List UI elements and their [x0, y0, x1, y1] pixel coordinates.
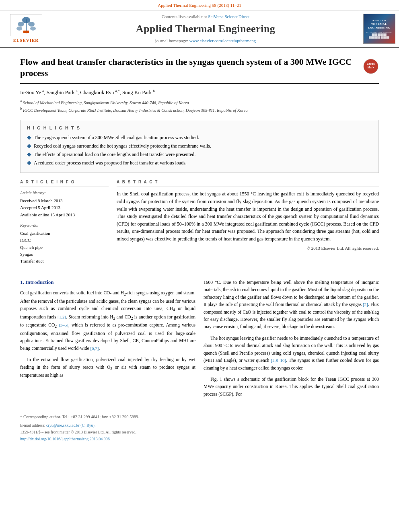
author-4: Sung Ku Park b	[122, 89, 155, 95]
history-online: Available online 15 April 2013	[20, 212, 109, 218]
keyword-2: IGCC	[20, 237, 109, 243]
author-2: Sangbin Park a	[47, 89, 78, 95]
page-footer: * Corresponding author. Tel.: +82 31 299…	[0, 410, 399, 447]
article-title: Flow and heat transfer characteristics i…	[20, 56, 357, 79]
keyword-5: Transfer duct	[20, 258, 109, 264]
body-paragraph-4: The hot syngas leaving the gasifier need…	[204, 335, 379, 372]
keyword-1: Coal gasification	[20, 230, 109, 236]
svg-text:Cross: Cross	[367, 62, 375, 65]
page-wrapper: Applied Thermal Engineering 58 (2013) 11…	[0, 0, 399, 447]
svg-point-4	[28, 22, 35, 27]
svg-rect-7	[23, 31, 29, 33]
body-paragraph-3: 1600 °C. Due to the temperature being we…	[204, 279, 379, 331]
journal-header-center: Contents lists available at SciVerse Sci…	[52, 10, 359, 47]
article-info-title: A R T I C L E I N F O	[20, 179, 109, 187]
ref-6-7[interactable]: [6,7]	[90, 346, 99, 351]
body-paragraph-1: Coal gasification converts the solid fue…	[20, 289, 195, 352]
journal-header: ELSEVIER Contents lists available at Sci…	[0, 10, 399, 48]
email-line: E-mail address: cryu@me.skku.ac.kr (C. R…	[20, 423, 379, 428]
main-content: Flow and heat transfer characteristics i…	[0, 48, 399, 410]
body-section: 1. Introduction Coal gasification conver…	[20, 279, 379, 402]
doi-line: http://dx.doi.org/10.1016/j.applthermale…	[20, 436, 379, 442]
affiliation-b: b IGCC Development Team, Corporate R&D I…	[20, 106, 379, 113]
svg-point-6	[30, 27, 36, 31]
journal-top-bar: Applied Thermal Engineering 58 (2013) 11…	[0, 0, 399, 10]
journal-cover-detail: INTERNATIONAL JOURNAL ████ ██████ ██████…	[366, 31, 392, 39]
journal-homepage: journal homepage: www.elsevier.com/locat…	[155, 38, 256, 44]
affiliations: a School of Mechanical Engineering, Sung…	[20, 99, 379, 113]
issn-line: 1359-4311/$ – see front matter © 2013 El…	[20, 429, 379, 435]
highlight-3: ◆ The effects of operational load on the…	[27, 151, 372, 158]
journal-name-header: Applied Thermal Engineering	[136, 22, 276, 36]
svg-point-2	[22, 17, 30, 23]
highlights-title: H I G H L I G H T S	[27, 125, 372, 131]
keyword-3: Quench pipe	[20, 244, 109, 251]
svg-point-3	[18, 22, 24, 27]
ref-3-5[interactable]: [3–5]	[59, 322, 68, 327]
keywords-section: Keywords: Coal gasification IGCC Quench …	[20, 223, 109, 265]
journal-cover-title: APPLIEDTHERMALENGINEERING	[368, 19, 390, 30]
history-label: Article history:	[20, 190, 109, 196]
section1-heading: 1. Introduction	[20, 279, 195, 286]
doi-link[interactable]: http://dx.doi.org/10.1016/j.applthermale…	[20, 437, 110, 441]
sciverse-line: Contents lists available at SciVerse Sci…	[162, 14, 249, 20]
abstract-copyright: © 2013 Elsevier Ltd. All rights reserved…	[117, 245, 379, 251]
keywords-label: Keywords:	[20, 223, 109, 229]
elsevier-tree-svg	[12, 15, 40, 35]
keyword-4: Syngas	[20, 251, 109, 257]
body-right-col: 1600 °C. Due to the temperature being we…	[204, 279, 379, 402]
highlight-bullet-1: ◆	[27, 134, 31, 141]
journal-citation: Applied Thermal Engineering 58 (2013) 11…	[158, 3, 241, 8]
journal-cover: APPLIEDTHERMALENGINEERING INTERNATIONAL …	[363, 14, 395, 44]
highlight-1: ◆ The syngas quench system of a 300 MWe …	[27, 134, 372, 141]
elsevier-logo: ELSEVIER	[10, 14, 42, 43]
abstract-title: A B S T R A C T	[117, 179, 379, 187]
author-3: Changkook Ryu a,*	[80, 89, 119, 95]
body-left-col: 1. Introduction Coal gasification conver…	[20, 279, 195, 402]
abstract-col: A B S T R A C T In the Shell coal gasifi…	[117, 179, 379, 265]
history-accepted: Accepted 5 April 2013	[20, 205, 109, 211]
svg-point-5	[16, 27, 22, 31]
elsevier-logo-section: ELSEVIER	[0, 10, 52, 47]
body-paragraph-5: Fig. 1 shows a schematic of the gasifica…	[204, 376, 379, 398]
svg-text:Mark: Mark	[368, 66, 374, 69]
body-paragraph-2: In the entrained flow gasification, pulv…	[20, 356, 195, 379]
highlight-bullet-2: ◆	[27, 143, 31, 150]
ref-1-2[interactable]: [1,2]	[58, 314, 66, 319]
crossmark-badge[interactable]: Cross Mark	[363, 58, 379, 76]
elsevier-logo-box	[10, 14, 42, 36]
abstract-text: In the Shell coal gasification process, …	[117, 190, 379, 242]
article-info-col: A R T I C L E I N F O Article history: R…	[20, 179, 109, 265]
homepage-link[interactable]: www.elsevier.com/locate/apthermeng	[189, 38, 256, 43]
authors-line: In-Soo Ye a, Sangbin Park a, Changkook R…	[20, 88, 379, 97]
highlights-section: H I G H L I G H T S ◆ The syngas quench …	[20, 120, 379, 173]
sciverse-link[interactable]: SciVerse ScienceDirect	[208, 14, 249, 19]
highlight-4: ◆ A reduced-order process model was prop…	[27, 160, 372, 166]
ref-2-8-10[interactable]: [2,8–10]	[271, 358, 286, 363]
highlight-bullet-4: ◆	[27, 160, 31, 166]
ref-2a[interactable]: [2]	[363, 302, 368, 307]
journal-cover-section: APPLIEDTHERMALENGINEERING INTERNATIONAL …	[359, 10, 399, 47]
highlight-2: ◆ Recycled cold syngas surrounded the ho…	[27, 143, 372, 150]
elsevier-text: ELSEVIER	[13, 37, 39, 43]
history-received: Received 8 March 2013	[20, 198, 109, 204]
article-title-section: Flow and heat transfer characteristics i…	[20, 56, 379, 84]
article-info-abstract-section: A R T I C L E I N F O Article history: R…	[20, 179, 379, 265]
author-email[interactable]: cryu@me.skku.ac.kr (C. Ryu).	[46, 423, 95, 427]
author-1: In-Soo Ye a	[20, 89, 44, 95]
highlight-bullet-3: ◆	[27, 151, 31, 158]
section-divider	[20, 272, 379, 272]
crossmark-icon-svg: Cross Mark	[363, 58, 379, 74]
affiliation-a: a School of Mechanical Engineering, Sung…	[20, 99, 379, 106]
corresponding-author-note: * Corresponding author. Tel.: +82 31 299…	[20, 414, 379, 420]
